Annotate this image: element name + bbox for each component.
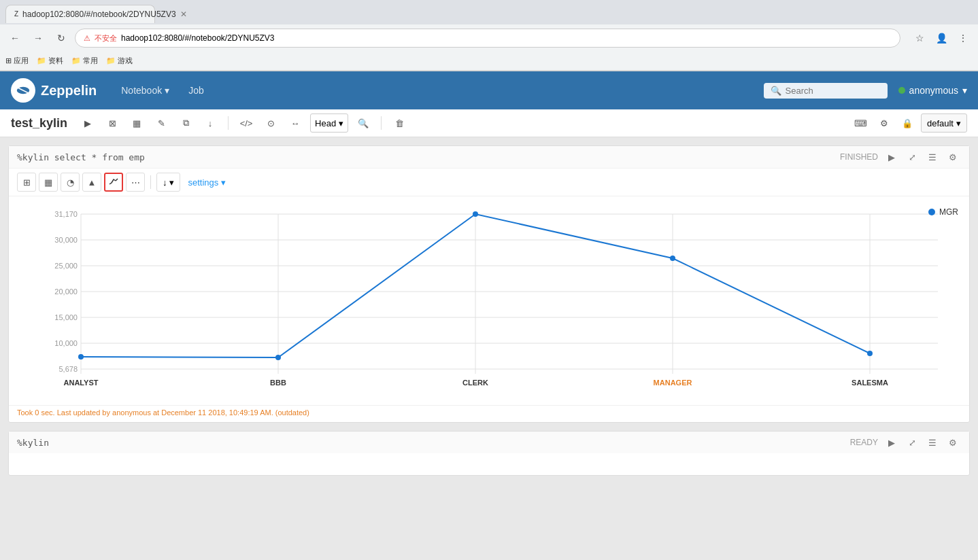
bookmark-youxi[interactable]: 📁 游戏 bbox=[106, 56, 133, 66]
table-view-button[interactable]: ⊞ bbox=[17, 173, 36, 192]
clone-button[interactable]: ⧉ bbox=[176, 113, 195, 133]
data-point-clerk bbox=[473, 211, 478, 217]
cell-1-status: FINISHED bbox=[840, 152, 878, 162]
bookmark-changyong[interactable]: 📁 常用 bbox=[71, 56, 98, 66]
cell-1-run-button[interactable]: ▶ bbox=[883, 149, 900, 165]
data-point-manager bbox=[670, 256, 675, 261]
svg-text:CLERK: CLERK bbox=[462, 379, 488, 387]
line-chart-svg: 31,170 30,000 25,000 20,000 15,000 10,00… bbox=[20, 207, 958, 398]
search-input[interactable] bbox=[786, 86, 881, 96]
chart-toolbar-separator bbox=[150, 175, 151, 189]
search-button[interactable]: 🔍 bbox=[354, 113, 373, 133]
main-content: %kylin select * from emp FINISHED ▶ ⤢ ☰ … bbox=[0, 137, 978, 545]
hide-code-button[interactable]: ⊠ bbox=[103, 113, 122, 133]
insecure-label: 不安全 bbox=[95, 33, 117, 43]
download-dropdown-icon: ▾ bbox=[169, 177, 174, 188]
bar-chart-button[interactable]: ▦ bbox=[39, 173, 58, 192]
svg-text:20,000: 20,000 bbox=[54, 287, 78, 296]
svg-text:25,000: 25,000 bbox=[54, 262, 78, 270]
edit-button[interactable]: ✎ bbox=[152, 113, 171, 133]
refresh-button[interactable]: ↻ bbox=[52, 29, 71, 48]
code-button[interactable]: </> bbox=[237, 113, 256, 133]
cell-1-footer-text: Took 0 sec. Last updated by anonymous at… bbox=[17, 408, 309, 417]
notebook-toolbar: test_kylin ▶ ⊠ ▦ ✎ ⧉ ↓ </> ⊙ ↔ Head ▾ 🔍 … bbox=[0, 109, 978, 137]
tab-title: hadoop102:8080/#/notebook/2DYNU5ZV3 bbox=[22, 10, 176, 19]
head-dropdown[interactable]: Head ▾ bbox=[310, 113, 348, 133]
scatter-chart-button[interactable]: ⋯ bbox=[126, 173, 145, 192]
toolbar-separator-1 bbox=[228, 116, 229, 130]
logo-icon bbox=[11, 78, 35, 103]
cell-2-run-button[interactable]: ▶ bbox=[883, 434, 900, 451]
data-point-analyst bbox=[78, 354, 84, 360]
url-text: hadoop102:8080/#/notebook/2DYNU5ZV3 bbox=[121, 33, 275, 43]
cell-2-maximize-button[interactable]: ⤢ bbox=[904, 434, 920, 451]
pie-chart-button[interactable]: ◔ bbox=[61, 173, 80, 192]
head-dropdown-icon: ▾ bbox=[339, 118, 343, 128]
address-bar[interactable]: ⚠ 不安全 hadoop102:8080/#/notebook/2DYNU5ZV… bbox=[75, 29, 900, 48]
data-point-bbb bbox=[275, 355, 281, 360]
chart-legend: MGR bbox=[928, 207, 958, 217]
notebook-dropdown-icon: ▾ bbox=[165, 85, 169, 96]
svg-text:ANALYST: ANALYST bbox=[64, 379, 99, 387]
settings-button[interactable]: ⚙ bbox=[875, 113, 894, 133]
width-button[interactable]: ↔ bbox=[286, 113, 305, 133]
search-box[interactable]: 🔍 bbox=[764, 83, 888, 99]
notebook-label: Notebook bbox=[121, 85, 162, 96]
default-label: default bbox=[927, 118, 954, 128]
download-button[interactable]: ↓ ▾ bbox=[156, 173, 180, 192]
chart-svg-container: 31,170 30,000 25,000 20,000 15,000 10,00… bbox=[20, 207, 958, 400]
trash-button[interactable]: 🗑 bbox=[390, 113, 409, 133]
show-output-button[interactable]: ▦ bbox=[127, 113, 146, 133]
profile-button[interactable]: 👤 bbox=[932, 29, 951, 48]
cell-1-maximize-button[interactable]: ⤢ bbox=[904, 149, 920, 165]
user-menu[interactable]: anonymous ▾ bbox=[898, 85, 967, 96]
run-all-button[interactable]: ▶ bbox=[78, 113, 97, 133]
app-header: Zeppelin Notebook ▾ Job 🔍 anonymous ▾ bbox=[0, 71, 978, 109]
notebook-title: test_kylin bbox=[11, 116, 67, 130]
cell-1-code: %kylin select * from emp bbox=[17, 152, 840, 162]
cell-1: %kylin select * from emp FINISHED ▶ ⤢ ☰ … bbox=[8, 145, 970, 423]
bookmark-button[interactable]: ☆ bbox=[910, 29, 929, 48]
keyboard-shortcut-button[interactable]: ⌨ bbox=[851, 113, 871, 133]
cell-2-settings-button[interactable]: ⚙ bbox=[945, 434, 961, 451]
clear-button[interactable]: ⊙ bbox=[261, 113, 280, 133]
legend-label: MGR bbox=[939, 207, 958, 217]
line-chart-button[interactable] bbox=[104, 173, 123, 192]
svg-text:BBB: BBB bbox=[270, 379, 286, 387]
chart-area: MGR bbox=[9, 196, 969, 405]
head-label: Head bbox=[315, 118, 336, 128]
tab-close-icon[interactable]: ✕ bbox=[180, 10, 187, 19]
cell-1-table-button[interactable]: ☰ bbox=[924, 149, 941, 165]
area-chart-button[interactable]: ▲ bbox=[82, 173, 101, 192]
cell-2-table-button[interactable]: ☰ bbox=[924, 434, 941, 451]
tab-favicon: Z bbox=[14, 10, 18, 18]
browser-actions: ☆ 👤 ⋮ bbox=[910, 29, 973, 48]
cell-2-status: READY bbox=[850, 438, 878, 447]
back-button[interactable]: ← bbox=[5, 29, 24, 48]
notebook-menu-item[interactable]: Notebook ▾ bbox=[113, 80, 178, 101]
nav-menu: Notebook ▾ Job bbox=[113, 80, 763, 101]
svg-text:10,000: 10,000 bbox=[54, 339, 78, 347]
zeppelin-logo: Zeppelin bbox=[11, 78, 97, 103]
user-dropdown-icon: ▾ bbox=[962, 85, 967, 96]
download-icon: ↓ bbox=[163, 177, 167, 188]
menu-button[interactable]: ⋮ bbox=[954, 29, 973, 48]
forward-button[interactable]: → bbox=[29, 29, 48, 48]
browser-tab[interactable]: Z hadoop102:8080/#/notebook/2DYNU5ZV3 ✕ bbox=[5, 5, 155, 23]
svg-text:5,678: 5,678 bbox=[58, 365, 78, 373]
cell-1-settings-button[interactable]: ⚙ bbox=[945, 149, 961, 165]
default-dropdown[interactable]: default ▾ bbox=[921, 113, 967, 133]
legend-dot bbox=[928, 209, 935, 215]
svg-text:MANAGER: MANAGER bbox=[654, 379, 692, 387]
lock-button[interactable]: 🔒 bbox=[898, 113, 917, 133]
user-label: anonymous bbox=[909, 85, 958, 96]
security-warning: ⚠ bbox=[84, 34, 90, 43]
bookmark-apps[interactable]: ⊞ 应用 bbox=[5, 56, 29, 66]
data-point-salesma bbox=[867, 351, 873, 356]
cell-2-body bbox=[9, 453, 969, 475]
chart-settings-button[interactable]: settings ▾ bbox=[188, 177, 226, 188]
bookmark-ziliao[interactable]: 📁 资料 bbox=[37, 56, 63, 66]
export-button[interactable]: ↓ bbox=[201, 113, 220, 133]
chart-toolbar: ⊞ ▦ ◔ ▲ ⋯ ↓ ▾ settings ▾ bbox=[9, 169, 969, 196]
job-menu-item[interactable]: Job bbox=[180, 80, 212, 101]
